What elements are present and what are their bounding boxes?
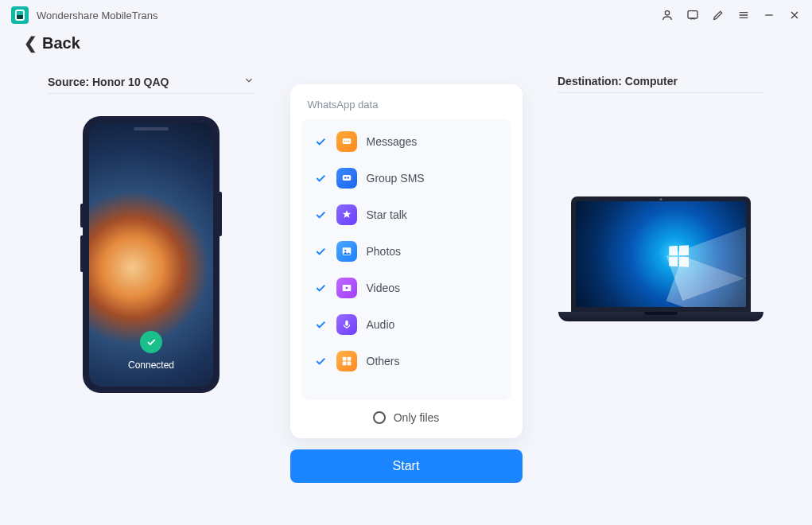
svg-rect-14 xyxy=(347,357,351,361)
svg-point-3 xyxy=(344,141,345,142)
svg-point-5 xyxy=(348,141,349,142)
data-item-group-sms[interactable]: Group SMS xyxy=(305,160,508,196)
check-icon xyxy=(314,245,327,258)
destination-header: Destination: Computer xyxy=(558,60,764,93)
check-icon xyxy=(314,135,327,148)
svg-rect-16 xyxy=(347,362,351,366)
audio-icon xyxy=(336,314,357,335)
source-column: Source: Honor 10 QAQ Connected xyxy=(48,60,254,483)
only-files-option[interactable]: Only files xyxy=(301,400,511,427)
group-sms-icon xyxy=(336,168,357,189)
svg-point-4 xyxy=(346,141,348,142)
feedback-icon[interactable] xyxy=(686,9,699,21)
menu-icon[interactable] xyxy=(737,9,750,21)
photos-icon xyxy=(336,241,357,262)
source-label: Source: Honor 10 QAQ xyxy=(48,76,169,88)
svg-rect-13 xyxy=(342,357,346,361)
back-label: Back xyxy=(42,34,80,52)
main-area: Source: Honor 10 QAQ Connected WhatsA xyxy=(0,60,812,483)
data-item-audio[interactable]: Audio xyxy=(305,306,508,343)
item-label: Photos xyxy=(367,245,402,258)
star-talk-icon xyxy=(336,204,357,225)
chevron-left-icon: ❮ xyxy=(24,33,37,52)
app-icon xyxy=(11,6,29,24)
svg-rect-1 xyxy=(688,11,697,18)
source-header[interactable]: Source: Honor 10 QAQ xyxy=(48,60,254,94)
chevron-down-icon xyxy=(243,75,254,88)
windows-icon xyxy=(669,245,689,266)
svg-point-0 xyxy=(665,11,669,15)
app-title: Wondershare MobileTrans xyxy=(37,10,157,21)
check-circle-icon xyxy=(140,331,162,353)
destination-label: Destination: Computer xyxy=(558,75,678,88)
connection-status: Connected xyxy=(89,331,213,371)
data-card: WhatsApp data MessagesGroup SMSStar talk… xyxy=(290,84,523,438)
panel-title: WhatsApp data xyxy=(301,99,511,119)
data-panel: WhatsApp data MessagesGroup SMSStar talk… xyxy=(290,84,523,483)
edit-icon[interactable] xyxy=(712,9,725,21)
data-item-videos[interactable]: Videos xyxy=(305,270,508,306)
only-files-label: Only files xyxy=(394,411,440,424)
connection-label: Connected xyxy=(89,360,213,371)
svg-rect-6 xyxy=(342,175,351,181)
titlebar-right xyxy=(661,9,801,21)
titlebar-left: Wondershare MobileTrans xyxy=(11,6,157,24)
back-button[interactable]: ❮ Back xyxy=(24,33,80,52)
phone-screen: Connected xyxy=(89,122,213,387)
source-device-phone: Connected xyxy=(83,116,220,393)
others-icon xyxy=(336,351,357,371)
data-item-star-talk[interactable]: Star talk xyxy=(305,196,508,233)
start-button[interactable]: Start xyxy=(290,449,523,483)
item-label: Videos xyxy=(367,282,401,294)
start-label: Start xyxy=(393,459,420,473)
data-item-messages[interactable]: Messages xyxy=(305,123,508,160)
check-icon xyxy=(314,282,327,294)
item-label: Others xyxy=(367,355,400,368)
svg-rect-15 xyxy=(342,362,346,366)
data-item-photos[interactable]: Photos xyxy=(305,233,508,270)
item-label: Group SMS xyxy=(367,172,425,185)
messages-icon xyxy=(336,131,357,152)
svg-point-7 xyxy=(344,177,346,178)
account-icon[interactable] xyxy=(661,9,674,21)
check-icon xyxy=(314,172,327,185)
destination-device-laptop xyxy=(558,196,763,321)
destination-column: Destination: Computer xyxy=(558,60,764,483)
svg-point-8 xyxy=(347,177,348,178)
item-label: Star talk xyxy=(367,208,407,221)
data-list: MessagesGroup SMSStar talkPhotosVideosAu… xyxy=(301,119,511,400)
videos-icon xyxy=(336,278,357,298)
svg-point-10 xyxy=(344,250,346,251)
check-icon xyxy=(314,318,327,331)
radio-icon xyxy=(373,411,386,424)
item-label: Messages xyxy=(367,135,418,148)
svg-rect-12 xyxy=(345,321,348,326)
close-icon[interactable] xyxy=(788,9,801,21)
back-row: ❮ Back xyxy=(0,30,812,60)
check-icon xyxy=(314,208,327,221)
titlebar: Wondershare MobileTrans xyxy=(0,0,812,30)
item-label: Audio xyxy=(367,318,395,331)
minimize-icon[interactable] xyxy=(763,9,775,21)
data-item-others[interactable]: Others xyxy=(305,343,508,379)
check-icon xyxy=(314,355,327,368)
